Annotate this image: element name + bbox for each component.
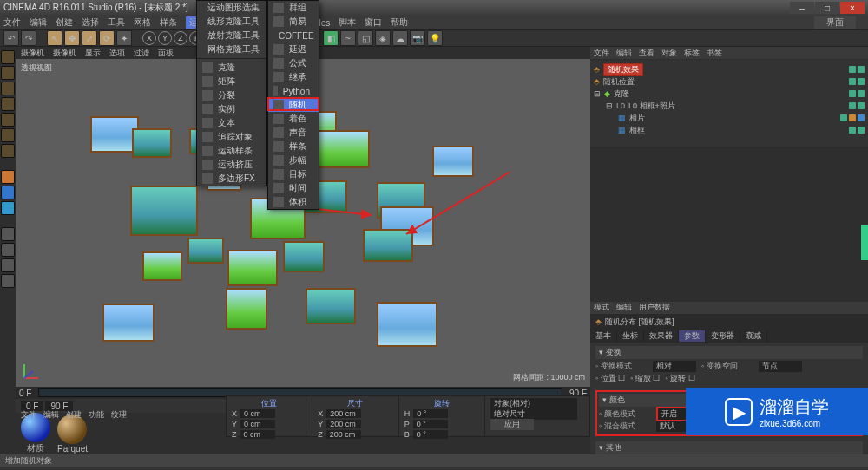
mi-formula[interactable]: 公式 (268, 56, 319, 70)
mi-sound[interactable]: 声音 (268, 126, 319, 140)
window-maximize-button[interactable]: □ (815, 2, 839, 14)
attr-tab-params[interactable]: 参数 (679, 330, 706, 342)
am-edit[interactable]: 编辑 (616, 302, 632, 313)
locked-workplane-icon[interactable] (1, 258, 15, 272)
mi-mograph-selection[interactable]: 运动图形选集 (197, 1, 266, 15)
am-userdata[interactable]: 用户数据 (639, 302, 670, 313)
effector-submenu[interactable]: 群组 简易 COFFEE 延迟 公式 继承 Python 随机 着色 声音 样条… (267, 0, 319, 210)
scale-checkbox[interactable]: ◦ 缩放 ☐ (630, 373, 660, 384)
mi-mospline[interactable]: 运动样条 (197, 144, 266, 158)
redo-icon[interactable]: ↷ (21, 30, 36, 46)
mi-coffee[interactable]: COFFEE (268, 29, 319, 42)
menu-tools[interactable]: 工具 (108, 16, 125, 29)
om-view[interactable]: 查看 (639, 48, 654, 59)
am-mode[interactable]: 模式 (594, 302, 609, 313)
menu-spline[interactable]: 样条 (160, 16, 177, 29)
view-cameras[interactable]: 摄像机 (53, 48, 76, 59)
menu-help[interactable]: 帮助 (391, 16, 408, 29)
mi-radial-clone[interactable]: 放射克隆工具 (197, 29, 266, 42)
mat-menu-edit[interactable]: 编辑 (43, 409, 59, 421)
mi-plain[interactable]: 简易 (268, 15, 319, 29)
mi-polyfx[interactable]: 多边形FX (197, 172, 266, 186)
y-axis-lock[interactable]: Y (158, 31, 172, 45)
primitive-cube-icon[interactable]: ◧ (323, 30, 339, 46)
mi-step[interactable]: 步幅 (268, 153, 319, 167)
size-y-field[interactable]: 200 cm (326, 420, 361, 428)
mi-cloner[interactable]: 克隆 (197, 61, 266, 75)
attr-tab-falloff[interactable]: 衰减 (740, 330, 767, 342)
object-row-frame[interactable]: ▦相框 (594, 124, 865, 136)
om-edit[interactable]: 编辑 (616, 48, 632, 59)
generator-icon[interactable]: ◱ (358, 30, 373, 46)
recent-tool-icon[interactable]: ✦ (116, 30, 132, 46)
object-manager[interactable]: ⬘随机效果 ⬘随机位置 ⊟◆克隆 ⊟L0L0 相框+照片 ▦相片 ▦相框 (590, 60, 868, 147)
menu-create[interactable]: 创建 (56, 16, 73, 29)
mi-fracture[interactable]: 分裂 (197, 88, 266, 102)
object-row-random-effect[interactable]: ⬘随机效果 (594, 63, 865, 75)
mi-motext[interactable]: 文本 (197, 116, 266, 130)
om-tags[interactable]: 标签 (684, 48, 700, 59)
attr-tab-basic[interactable]: 基本 (590, 330, 617, 342)
layout-switcher[interactable]: 界面 (814, 16, 856, 29)
mi-matrix[interactable]: 矩阵 (197, 75, 266, 88)
size-z-field[interactable]: 200 cm (326, 430, 361, 439)
mat-menu-texture[interactable]: 纹理 (111, 409, 127, 421)
mi-inheritance[interactable]: 继承 (268, 70, 319, 84)
attr-tab-effector[interactable]: 效果器 (644, 330, 679, 342)
view-filter[interactable]: 过滤 (134, 48, 149, 59)
mat-menu-create[interactable]: 创建 (66, 409, 82, 421)
environment-icon[interactable]: ☁ (392, 30, 408, 46)
polygon-mode-icon[interactable] (1, 128, 15, 142)
object-row-photo[interactable]: ▦相片 (594, 112, 865, 124)
transform-mode-select[interactable]: 相对 (653, 361, 696, 372)
size-x-field[interactable]: 200 cm (326, 409, 361, 418)
mi-moinstance[interactable]: 实例 (197, 102, 266, 116)
mi-group[interactable]: 群组 (268, 1, 319, 15)
mi-random[interactable]: 随机 (268, 98, 319, 112)
view-display[interactable]: 显示 (85, 48, 101, 59)
mi-grid-clone[interactable]: 网格克隆工具 (197, 42, 266, 56)
pos-x-field[interactable]: 0 cm (240, 409, 275, 418)
mograph-submenu[interactable]: 运动图形选集 线形克隆工具 放射克隆工具 网格克隆工具 克隆 矩阵 分裂 实例 … (196, 0, 267, 186)
rot-h-field[interactable]: 0 ° (413, 409, 448, 418)
view-camera[interactable]: 摄像机 (21, 48, 44, 59)
rot-p-field[interactable]: 0 ° (413, 420, 448, 428)
rotate-icon[interactable]: ⟳ (99, 30, 115, 46)
attr-tab-deformer[interactable]: 变形器 (706, 330, 740, 342)
live-select-icon[interactable]: ↖ (47, 30, 62, 46)
deformer-icon[interactable]: ◈ (375, 30, 391, 46)
texture-mode-icon[interactable] (1, 82, 15, 95)
edge-mode-icon[interactable] (1, 113, 15, 127)
mi-delay[interactable]: 延迟 (268, 42, 319, 56)
planar-workplane-icon[interactable] (1, 274, 15, 288)
x-axis-lock[interactable]: X (142, 31, 156, 45)
mi-tracer[interactable]: 追踪对象 (197, 130, 266, 144)
object-row-random-pos[interactable]: ⬘随机位置 (594, 75, 865, 88)
view-panel[interactable]: 面板 (158, 48, 174, 59)
pos-z-field[interactable]: 0 cm (240, 430, 275, 439)
point-mode-icon[interactable] (1, 97, 15, 111)
view-options[interactable]: 选项 (109, 48, 125, 59)
tweak-icon[interactable] (1, 170, 15, 184)
z-axis-lock[interactable]: Z (174, 31, 187, 45)
menu-select[interactable]: 选择 (82, 16, 99, 29)
light-icon[interactable]: 💡 (427, 30, 443, 46)
pos-y-field[interactable]: 0 cm (240, 420, 275, 428)
menu-mesh[interactable]: 网格 (134, 16, 151, 29)
axis-mode-icon[interactable] (1, 144, 15, 158)
menu-edit[interactable]: 编辑 (30, 16, 47, 29)
om-file[interactable]: 文件 (594, 48, 609, 59)
window-close-button[interactable]: × (840, 2, 865, 14)
menu-file[interactable]: 文件 (3, 16, 21, 29)
mi-shader[interactable]: 着色 (268, 112, 319, 126)
mi-python[interactable]: Python (268, 84, 319, 98)
mi-target[interactable]: 目标 (268, 167, 319, 181)
mi-moextrude[interactable]: 运动挤压 (197, 158, 266, 172)
object-row-cloner[interactable]: ⊟◆克隆 (594, 88, 865, 100)
model-mode-icon[interactable] (1, 66, 15, 80)
window-minimize-button[interactable]: – (790, 2, 814, 14)
transform-space-select[interactable]: 节点 (759, 361, 802, 372)
om-bookmarks[interactable]: 书签 (707, 48, 722, 59)
rot-checkbox[interactable]: ◦ 旋转 ☐ (665, 373, 694, 384)
move-icon[interactable]: ✥ (64, 30, 80, 46)
